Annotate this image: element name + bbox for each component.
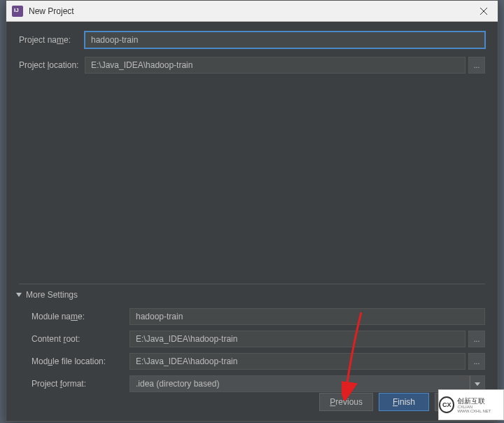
content-root-label: Content root:: [31, 334, 130, 344]
project-location-row: Project location: ...: [19, 57, 485, 74]
more-settings-label: More Settings: [26, 290, 78, 300]
module-file-location-label: Module file location:: [31, 356, 130, 366]
module-name-input[interactable]: [130, 308, 485, 325]
watermark-logo-icon: CX: [439, 396, 454, 413]
watermark: CX 创新互联 CXLIAN WWW.CXHL.NET: [438, 389, 504, 420]
project-location-input[interactable]: [85, 57, 465, 74]
module-file-location-input[interactable]: [130, 353, 465, 370]
window-title: New Project: [29, 6, 470, 16]
watermark-brand: 创新互联: [457, 397, 503, 405]
project-format-label: Project format:: [31, 379, 130, 389]
browse-content-root-button[interactable]: ...: [468, 331, 485, 347]
intellij-icon: [12, 6, 23, 17]
divider: [19, 284, 485, 284]
dialog-content: Project name: Project location: ... More…: [6, 22, 498, 408]
project-name-row: Project name:: [19, 32, 485, 48]
content-root-row: Content root: ...: [31, 331, 485, 347]
spacer: [19, 82, 485, 281]
project-name-label: Project name:: [19, 35, 85, 45]
finish-button[interactable]: Finish: [379, 393, 429, 411]
close-button[interactable]: [470, 1, 498, 22]
more-settings-block: Module name: Content root: ... Module fi…: [19, 308, 485, 392]
module-name-label: Module name:: [31, 312, 130, 321]
chevron-down-icon: [16, 293, 22, 297]
project-name-input[interactable]: [85, 32, 485, 48]
more-settings-toggle[interactable]: More Settings: [16, 290, 485, 300]
module-name-row: Module name:: [31, 308, 485, 325]
previous-button[interactable]: Previous: [319, 393, 373, 411]
project-format-select[interactable]: .idea (directory based): [130, 375, 485, 392]
titlebar: New Project: [6, 1, 498, 22]
new-project-dialog: New Project Project name: Project locati…: [6, 0, 498, 422]
close-icon: [480, 8, 487, 15]
browse-location-button[interactable]: ...: [468, 57, 485, 74]
watermark-text-block: 创新互联 CXLIAN WWW.CXHL.NET: [457, 397, 503, 413]
content-root-input[interactable]: [130, 331, 465, 347]
browse-module-file-button[interactable]: ...: [468, 353, 485, 370]
watermark-sub: CXLIAN WWW.CXHL.NET: [457, 405, 503, 413]
project-location-label: Project location:: [19, 60, 85, 70]
module-file-location-row: Module file location: ...: [31, 353, 485, 370]
project-format-row: Project format: .idea (directory based): [31, 375, 485, 392]
project-format-value: .idea (directory based): [130, 375, 470, 392]
